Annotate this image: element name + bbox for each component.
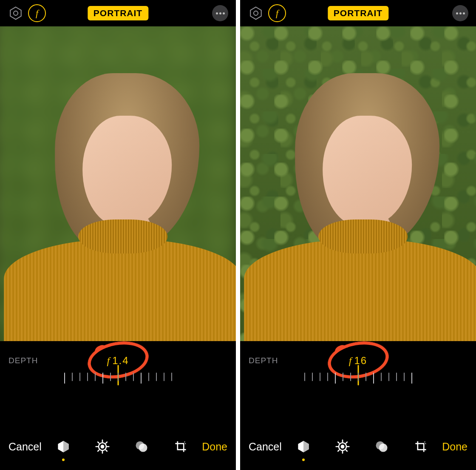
- photo-subject: [244, 69, 476, 341]
- svg-line-27: [346, 442, 347, 443]
- aperture-f-char: f: [107, 355, 110, 366]
- aperture-number: 1.4: [112, 355, 129, 366]
- photo-preview[interactable]: [240, 26, 476, 341]
- depth-label: DEPTH: [8, 356, 38, 365]
- svg-point-13: [100, 445, 104, 449]
- screen-right: f PORTRAIT DEPTH f16 Cancel: [240, 0, 476, 470]
- adjust-tool-button[interactable]: [333, 437, 352, 456]
- svg-line-11: [106, 442, 107, 443]
- portrait-lighting-tool-button[interactable]: [54, 437, 73, 456]
- aperture-f-char: f: [349, 355, 353, 366]
- slider-ticks: [64, 373, 172, 385]
- slider-ticks: [304, 373, 412, 385]
- ellipsis-icon: [216, 12, 225, 14]
- top-toolbar: f PORTRAIT: [0, 0, 236, 26]
- portrait-lighting-icon[interactable]: [8, 5, 24, 21]
- cancel-button[interactable]: Cancel: [249, 441, 282, 453]
- svg-line-25: [338, 442, 339, 443]
- photo-preview[interactable]: [0, 26, 236, 341]
- tool-icons-row: [285, 437, 439, 456]
- svg-point-17: [254, 11, 258, 15]
- aperture-f-char: f: [276, 8, 278, 19]
- svg-point-29: [340, 445, 344, 449]
- filters-tool-button[interactable]: [132, 437, 151, 456]
- depth-label: DEPTH: [249, 356, 278, 365]
- filters-tool-button[interactable]: [372, 437, 391, 456]
- cancel-button[interactable]: Cancel: [8, 441, 42, 453]
- portrait-lighting-icon[interactable]: [248, 5, 264, 21]
- svg-line-12: [98, 450, 99, 451]
- done-button[interactable]: Done: [442, 441, 468, 453]
- svg-line-26: [346, 450, 347, 451]
- svg-line-28: [338, 450, 339, 451]
- ellipsis-icon: [456, 12, 465, 14]
- more-button[interactable]: [452, 5, 468, 21]
- aperture-number: 16: [354, 355, 367, 366]
- more-button[interactable]: [212, 5, 228, 21]
- aperture-icon[interactable]: f: [28, 4, 46, 22]
- svg-point-31: [379, 444, 387, 452]
- top-toolbar: f PORTRAIT: [240, 0, 476, 26]
- photo-subject: [4, 69, 236, 341]
- svg-marker-16: [250, 7, 261, 20]
- bottom-toolbar: Cancel: [0, 423, 236, 470]
- svg-marker-0: [10, 7, 21, 20]
- svg-line-10: [106, 450, 107, 451]
- portrait-lighting-tool-button[interactable]: [294, 437, 313, 456]
- svg-marker-3: [63, 441, 69, 453]
- depth-slider[interactable]: [240, 373, 476, 400]
- adjust-tool-button[interactable]: [93, 437, 112, 456]
- aperture-icon[interactable]: f: [268, 4, 286, 22]
- depth-slider[interactable]: [0, 373, 236, 400]
- svg-line-9: [98, 442, 99, 443]
- mode-badge[interactable]: PORTRAIT: [88, 6, 148, 20]
- done-button[interactable]: Done: [202, 441, 227, 453]
- aperture-f-char: f: [36, 8, 38, 19]
- tool-icons-row: [45, 437, 198, 456]
- crop-tool-button[interactable]: [411, 437, 430, 456]
- svg-point-15: [139, 444, 147, 452]
- screen-left: f PORTRAIT DEPTH f1.4 Cancel: [0, 0, 236, 470]
- bottom-toolbar: Cancel: [240, 423, 476, 470]
- svg-marker-19: [303, 441, 309, 453]
- crop-tool-button[interactable]: [171, 437, 190, 456]
- mode-badge[interactable]: PORTRAIT: [328, 6, 388, 20]
- svg-point-1: [14, 11, 18, 15]
